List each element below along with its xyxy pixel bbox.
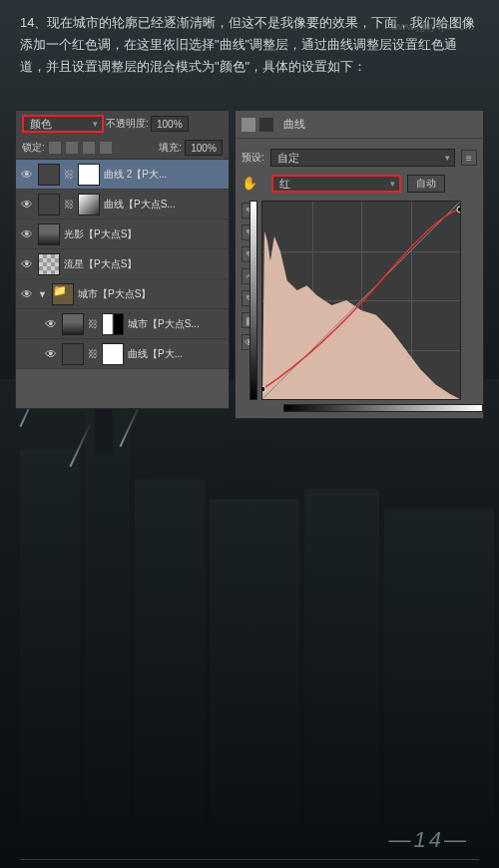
lock-image-icon[interactable]: [65, 141, 79, 155]
lock-label: 锁定:: [22, 141, 45, 155]
preset-row: 预设: 自定 ≡: [242, 145, 477, 171]
link-icon: ⛓: [88, 347, 98, 361]
preset-dropdown[interactable]: 自定: [270, 149, 455, 167]
link-icon: ⛓: [88, 317, 98, 331]
layer-row[interactable]: 👁⛓曲线【P大点S...: [16, 190, 229, 219]
layer-row[interactable]: 👁⛓曲线 2【P大...: [16, 160, 229, 190]
watermark: www.jgsyvjn.com: [390, 20, 474, 32]
layer-thumbnail: [38, 223, 60, 245]
layer-thumbnail: [102, 343, 124, 365]
building: [135, 479, 205, 848]
auto-button[interactable]: 自动: [407, 175, 445, 193]
opacity-label: 不透明度:: [106, 117, 149, 131]
preset-menu-icon[interactable]: ≡: [461, 150, 477, 166]
layers-panel: 颜色 不透明度: 100% 锁定: 填充: 100% 👁⛓曲线 2【P大...👁…: [15, 110, 230, 409]
layer-name: 城市【P大点S】: [78, 287, 225, 301]
blend-mode-dropdown[interactable]: 颜色: [22, 115, 104, 133]
curve-graph[interactable]: [261, 201, 461, 400]
layer-name: 曲线【P大...: [128, 347, 225, 361]
channel-row: ✋ 红 自动: [242, 171, 477, 197]
layer-row[interactable]: 👁▼📁城市【P大点S】: [16, 279, 229, 309]
opacity-value[interactable]: 100%: [151, 116, 189, 132]
hand-icon[interactable]: ✋: [242, 176, 259, 192]
output-gradient: [250, 201, 257, 400]
visibility-icon[interactable]: 👁: [20, 227, 34, 241]
layer-name: 城市【P大点S...: [128, 317, 225, 331]
link-icon: ⛓: [64, 198, 74, 212]
layer-thumbnail: [78, 194, 100, 216]
building: [210, 499, 299, 848]
visibility-icon[interactable]: 👁: [20, 168, 34, 182]
curves-title: 曲线: [283, 117, 305, 132]
layer-thumbnail: [38, 194, 60, 216]
visibility-icon[interactable]: 👁: [44, 317, 58, 331]
folder-caret-icon[interactable]: ▼: [38, 289, 48, 299]
layer-name: 光影【P大点S】: [64, 227, 225, 241]
building: [304, 489, 379, 848]
fill-value[interactable]: 100%: [185, 140, 223, 156]
page-divider: [20, 859, 479, 860]
layer-thumbnail: [38, 164, 60, 186]
input-gradient: [283, 404, 483, 412]
layers-top-row: 颜色 不透明度: 100%: [16, 111, 229, 137]
visibility-icon[interactable]: 👁: [20, 198, 34, 212]
svg-line-0: [262, 202, 460, 399]
layers-list: 👁⛓曲线 2【P大...👁⛓曲线【P大点S...👁光影【P大点S】👁流星【P大点…: [16, 160, 229, 369]
page-number: —14—: [389, 827, 469, 853]
lock-transparent-icon[interactable]: [48, 141, 62, 155]
lock-position-icon[interactable]: [82, 141, 96, 155]
layer-thumbnail: [38, 253, 60, 275]
building: [20, 449, 80, 848]
layer-thumbnail: [78, 164, 100, 186]
locks-row: 锁定: 填充: 100%: [16, 137, 229, 160]
layer-thumbnail: [102, 313, 124, 335]
curves-panel: 曲线 预设: 自定 ≡ ✋ 红 自动 ✎ ✎ ✎ ∿ ✎ ▦ 👁: [235, 110, 484, 419]
layer-row[interactable]: 👁⛓城市【P大点S...: [16, 309, 229, 339]
channel-dropdown[interactable]: 红: [271, 175, 401, 193]
mask-icon[interactable]: [259, 118, 273, 132]
curve-line: [262, 202, 460, 399]
layer-name: 曲线 2【P大...: [104, 168, 225, 182]
fill-label: 填充:: [159, 141, 182, 155]
lock-all-icon[interactable]: [99, 141, 113, 155]
building: [384, 509, 494, 848]
adjustment-icon[interactable]: [242, 118, 255, 132]
svg-point-2: [457, 207, 460, 213]
layer-thumbnail: [62, 343, 84, 365]
folder-icon: 📁: [52, 283, 74, 305]
curves-area: ✎ ✎ ✎ ∿ ✎ ▦ 👁: [242, 201, 477, 400]
preset-label: 预设:: [242, 151, 264, 165]
link-icon: ⛓: [64, 168, 74, 182]
layer-row[interactable]: 👁⛓曲线【P大...: [16, 339, 229, 369]
svg-point-1: [262, 386, 265, 392]
layer-row[interactable]: 👁流星【P大点S】: [16, 249, 229, 279]
visibility-icon[interactable]: 👁: [44, 347, 58, 361]
layer-row[interactable]: 👁光影【P大点S】: [16, 219, 229, 249]
layer-name: 流星【P大点S】: [64, 257, 225, 271]
layer-thumbnail: [62, 313, 84, 335]
curves-header: 曲线: [236, 111, 483, 139]
visibility-icon[interactable]: 👁: [20, 257, 34, 271]
building: [85, 409, 130, 848]
visibility-icon[interactable]: 👁: [20, 287, 34, 301]
blend-mode-value: 颜色: [30, 117, 52, 132]
layer-name: 曲线【P大点S...: [104, 198, 225, 212]
